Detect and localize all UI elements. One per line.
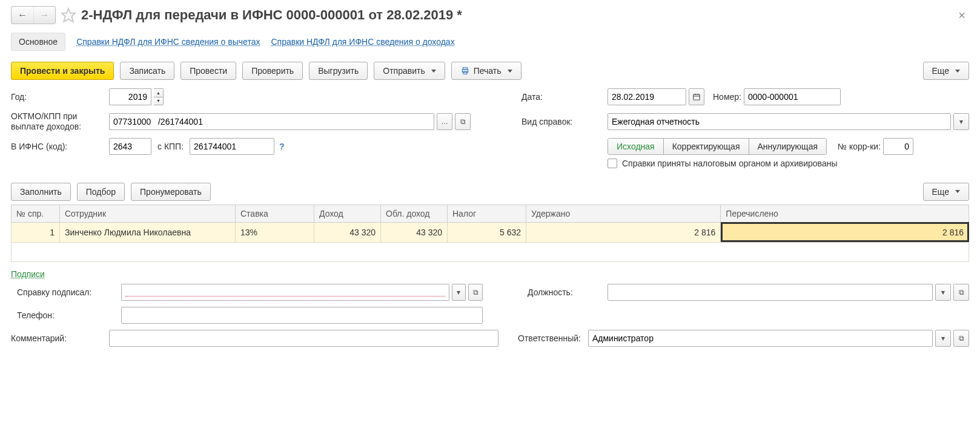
employees-table: № спр. Сотрудник Ставка Доход Обл. доход… <box>11 205 969 262</box>
col-n: № спр. <box>12 205 60 222</box>
send-button[interactable]: Отправить <box>374 62 445 80</box>
cell-tax[interactable]: 5 632 <box>448 222 526 242</box>
col-emp: Сотрудник <box>60 205 236 222</box>
toggle-cancelling[interactable]: Аннулирующая <box>749 139 827 154</box>
toggle-original[interactable]: Исходная <box>608 139 664 154</box>
close-icon[interactable]: × <box>955 8 969 22</box>
cell-emp[interactable]: Зинченко Людмила Николаевна <box>60 222 236 242</box>
check-button[interactable]: Проверить <box>242 62 303 80</box>
print-button[interactable]: Печать <box>451 62 521 80</box>
position-dropdown-icon[interactable]: ▾ <box>935 284 951 301</box>
page-title: 2-НДФЛ для передачи в ИФНС 0000-000001 о… <box>81 7 950 23</box>
position-label: Должность: <box>528 287 600 297</box>
svg-marker-0 <box>62 8 75 22</box>
col-income: Доход <box>314 205 381 222</box>
signatures-link[interactable]: Подписи <box>11 269 45 279</box>
col-tax: Налог <box>448 205 526 222</box>
year-input[interactable] <box>109 88 151 105</box>
table-more-label: Еще <box>932 187 950 197</box>
favorite-star-icon[interactable] <box>61 7 76 23</box>
more-button[interactable]: Еще <box>923 62 970 80</box>
renumber-button[interactable]: Пронумеровать <box>131 183 211 201</box>
signed-dropdown-icon[interactable]: ▾ <box>452 284 466 301</box>
responsible-dropdown-icon[interactable]: ▾ <box>935 330 951 347</box>
corr-label: № корр-ки: <box>838 142 881 151</box>
pick-button[interactable]: Подбор <box>77 183 125 201</box>
archived-checkbox[interactable] <box>608 159 617 168</box>
export-button[interactable]: Выгрузить <box>309 62 368 80</box>
date-label: Дата: <box>521 92 600 102</box>
tab-incomes-link[interactable]: Справки НДФЛ для ИФНС сведения о доходах <box>271 37 454 47</box>
col-rate: Ставка <box>236 205 314 222</box>
year-label: Год: <box>11 92 102 102</box>
signed-label: Справку подписал: <box>11 287 114 297</box>
spin-up-icon[interactable]: ▲ <box>154 89 163 97</box>
help-icon[interactable]: ? <box>277 142 287 151</box>
cell-n[interactable]: 1 <box>12 222 60 242</box>
responsible-label: Ответственный: <box>518 333 581 343</box>
form-type-toggle: Исходная Корректирующая Аннулирующая <box>608 138 827 155</box>
cell-withheld[interactable]: 2 816 <box>526 222 721 242</box>
tab-deductions-link[interactable]: Справки НДФЛ для ИФНС сведения о вычетах <box>76 37 260 47</box>
comment-input[interactable] <box>109 330 498 347</box>
toggle-correcting[interactable]: Корректирующая <box>664 139 749 154</box>
print-label: Печать <box>474 66 502 76</box>
signed-open-icon[interactable]: ⧉ <box>468 284 483 301</box>
table-row-empty[interactable] <box>12 242 969 261</box>
responsible-open-icon[interactable]: ⧉ <box>953 330 969 347</box>
svg-rect-4 <box>694 94 700 100</box>
kpp-label: с КПП: <box>157 142 184 151</box>
phone-label: Телефон: <box>11 310 114 320</box>
kind-input[interactable] <box>608 113 951 130</box>
nav-buttons: ← → <box>11 6 56 24</box>
fill-button[interactable]: Заполнить <box>11 183 71 201</box>
printer-icon <box>460 67 470 75</box>
table-row[interactable]: 1 Зинченко Людмила Николаевна 13% 43 320… <box>12 222 969 242</box>
forward-button[interactable]: → <box>33 7 55 24</box>
back-button[interactable]: ← <box>12 7 33 24</box>
post-and-close-button[interactable]: Провести и закрыть <box>11 62 114 80</box>
date-input[interactable] <box>608 88 686 105</box>
oktmo-label: ОКТМО/КПП при выплате доходов: <box>11 111 102 132</box>
calendar-icon[interactable] <box>689 88 704 105</box>
kind-dropdown-icon[interactable]: ▾ <box>953 113 969 130</box>
year-spinner[interactable]: ▲▼ <box>154 88 164 105</box>
table-more-button[interactable]: Еще <box>923 183 970 201</box>
col-transferred: Перечислено <box>721 205 969 222</box>
col-tax-income: Обл. доход <box>381 205 448 222</box>
cell-transferred[interactable]: 2 816 <box>721 222 969 242</box>
kpp-input[interactable] <box>190 138 274 155</box>
archived-label: Справки приняты налоговым органом и архи… <box>622 159 837 168</box>
signed-input[interactable] <box>121 284 449 301</box>
responsible-input[interactable] <box>588 330 933 347</box>
more-label: Еще <box>932 66 950 76</box>
oktmo-input[interactable] <box>109 113 434 130</box>
position-open-icon[interactable]: ⧉ <box>953 284 969 301</box>
send-label: Отправить <box>383 66 425 76</box>
cell-rate[interactable]: 13% <box>236 222 314 242</box>
oktmo-open-icon[interactable]: ⧉ <box>455 113 471 130</box>
oktmo-ellipsis-icon[interactable]: … <box>437 113 452 130</box>
number-input[interactable] <box>744 88 841 105</box>
comment-label: Комментарий: <box>11 333 102 343</box>
position-input[interactable] <box>608 284 933 301</box>
cell-tax-income[interactable]: 43 320 <box>381 222 448 242</box>
number-label: Номер: <box>713 92 741 102</box>
tab-main[interactable]: Основное <box>11 33 65 51</box>
ifns-input[interactable] <box>109 138 151 155</box>
phone-input[interactable] <box>121 307 483 324</box>
save-button[interactable]: Записать <box>120 62 174 80</box>
post-button[interactable]: Провести <box>180 62 236 80</box>
cell-income[interactable]: 43 320 <box>314 222 381 242</box>
ifns-label: В ИФНС (код): <box>11 142 102 151</box>
col-withheld: Удержано <box>526 205 721 222</box>
spin-down-icon[interactable]: ▼ <box>154 97 163 105</box>
corr-input[interactable] <box>883 138 913 155</box>
kind-label: Вид справок: <box>521 117 600 126</box>
